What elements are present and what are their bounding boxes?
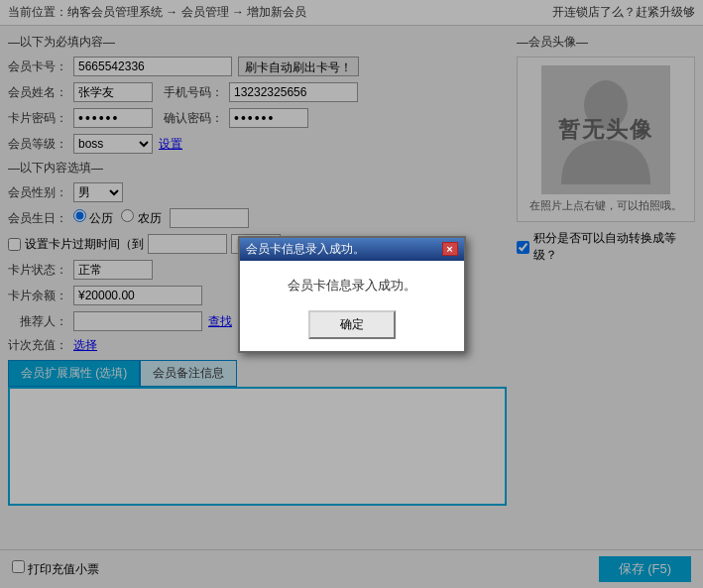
modal-close-button[interactable]: × (442, 242, 458, 256)
modal-body: 会员卡信息录入成功。 确定 (240, 261, 464, 351)
modal-overlay[interactable]: 会员卡信息录入成功。 × 会员卡信息录入成功。 确定 (0, 0, 703, 588)
modal-ok-button[interactable]: 确定 (308, 310, 396, 339)
modal-message: 会员卡信息录入成功。 (260, 277, 444, 294)
modal-titlebar: 会员卡信息录入成功。 × (240, 238, 464, 261)
modal-dialog: 会员卡信息录入成功。 × 会员卡信息录入成功。 确定 (238, 236, 466, 353)
modal-title: 会员卡信息录入成功。 (246, 241, 365, 258)
